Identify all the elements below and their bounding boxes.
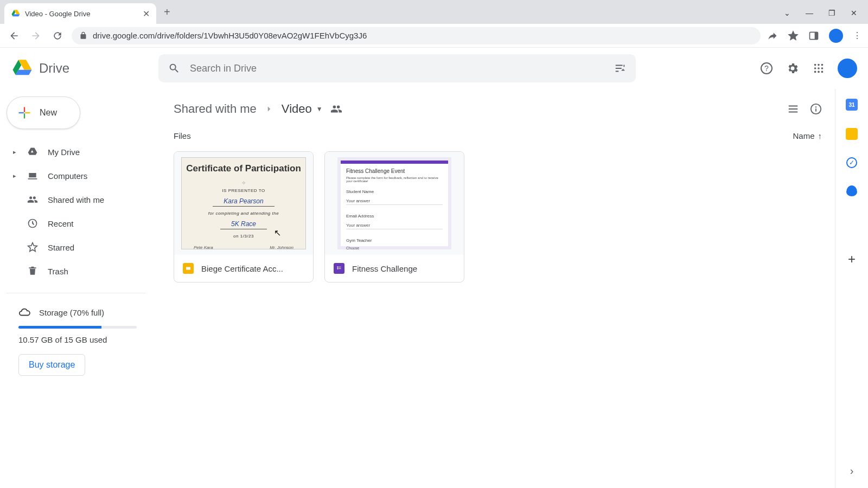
search-bar[interactable]	[158, 54, 636, 82]
svg-rect-17	[186, 267, 190, 270]
sidebar-item-recent[interactable]: Recent	[7, 211, 158, 235]
file-name: Biege Certificate Acc...	[201, 264, 283, 273]
svg-text:?: ?	[764, 64, 769, 73]
section-files-label: Files	[174, 131, 191, 140]
tab-title: Video - Google Drive	[25, 10, 138, 18]
window-controls: ⌄ — ❐ ✕	[784, 9, 868, 24]
sort-button[interactable]: Name ↑	[793, 131, 822, 140]
chevron-right-icon: ▸	[13, 149, 18, 156]
profile-avatar-small[interactable]	[829, 29, 843, 43]
collapse-panel-icon[interactable]: ›	[850, 465, 854, 477]
search-options-icon[interactable]	[614, 62, 626, 74]
chevron-down-icon: ▼	[316, 105, 323, 113]
sidebar-item-label: Trash	[48, 267, 68, 276]
storage-used-text: 10.57 GB of 15 GB used	[7, 335, 137, 344]
lock-icon	[79, 31, 87, 40]
svg-point-5	[818, 64, 820, 66]
apps-icon[interactable]	[812, 61, 826, 75]
tab-close-icon[interactable]: ✕	[143, 9, 150, 19]
svg-point-11	[818, 71, 820, 73]
storage-section: Storage (70% full) 10.57 GB of 15 GB use…	[7, 306, 158, 376]
breadcrumb: Shared with me Video ▼	[174, 97, 822, 121]
sidebar-item-shared[interactable]: Shared with me	[7, 188, 158, 211]
forms-icon	[334, 263, 344, 274]
sidebar-item-label: Recent	[48, 219, 74, 228]
clock-icon	[27, 218, 39, 229]
tab-search-icon[interactable]: ⌄	[784, 9, 790, 17]
sidebar-item-storage[interactable]: Storage (70% full)	[7, 306, 137, 318]
svg-rect-20	[337, 268, 339, 269]
address-bar: drive.google.com/drive/folders/1VbwhH3U5…	[0, 24, 868, 48]
file-card-fitness[interactable]: Fitness Challenge Event Please complete …	[324, 151, 464, 282]
sidebar-item-label: Shared with me	[48, 195, 104, 204]
arrow-up-icon: ↑	[818, 131, 822, 140]
drive-favicon-icon	[11, 9, 21, 18]
sort-label: Name	[793, 131, 814, 140]
sidebar-item-computers[interactable]: ▸Computers	[7, 164, 158, 188]
drive-logo-text: Drive	[39, 61, 69, 76]
new-button-label: New	[40, 108, 57, 118]
calendar-app-icon[interactable]: 31	[846, 99, 858, 111]
side-panel: 31 ✓ + ›	[835, 89, 868, 488]
chrome-menu-icon[interactable]: ⋮	[853, 30, 861, 41]
add-on-plus-icon[interactable]: +	[848, 252, 856, 267]
share-icon[interactable]	[767, 30, 778, 41]
shared-icon	[27, 194, 39, 205]
storage-progress-bar	[18, 326, 137, 329]
shared-folder-icon[interactable]	[330, 103, 342, 115]
buy-storage-button[interactable]: Buy storage	[18, 354, 85, 376]
trash-icon	[27, 266, 39, 277]
bookmark-icon[interactable]	[788, 30, 799, 41]
file-card-certificate[interactable]: Certificate of Participation ⟡ IS PRESEN…	[174, 151, 314, 282]
sidebar-item-label: Computers	[48, 171, 87, 181]
slides-icon	[183, 263, 194, 274]
svg-rect-19	[339, 267, 341, 267]
sidebar: New ▸My Drive ▸Computers Shared with me …	[0, 89, 158, 488]
browser-tab[interactable]: Video - Google Drive ✕	[4, 3, 156, 24]
minimize-icon[interactable]: —	[806, 9, 813, 17]
url-text: drive.google.com/drive/folders/1VbwhH3U5…	[93, 31, 367, 40]
new-tab-button[interactable]: +	[164, 6, 170, 18]
svg-point-8	[818, 67, 820, 69]
drive-icon	[27, 146, 39, 157]
help-icon[interactable]: ?	[760, 61, 774, 75]
svg-rect-1	[815, 32, 818, 39]
svg-rect-21	[339, 268, 341, 269]
forward-button[interactable]	[28, 28, 43, 43]
tasks-app-icon[interactable]: ✓	[846, 157, 857, 168]
list-view-icon[interactable]	[787, 103, 799, 115]
svg-rect-16	[815, 108, 816, 112]
new-button[interactable]: New	[7, 97, 80, 129]
svg-rect-18	[337, 267, 339, 268]
svg-point-9	[821, 67, 824, 69]
main-content: Shared with me Video ▼ Files Name	[158, 89, 835, 488]
chevron-right-icon: ▸	[13, 172, 18, 179]
svg-point-12	[821, 71, 824, 73]
info-icon[interactable]	[810, 103, 822, 115]
reload-button[interactable]	[50, 28, 65, 43]
app-header: Drive ?	[0, 48, 868, 89]
search-input[interactable]	[190, 63, 604, 74]
drive-logo[interactable]: Drive	[11, 57, 152, 80]
sidepanel-toggle-icon[interactable]	[808, 30, 819, 41]
cloud-icon	[18, 306, 30, 318]
sidebar-item-trash[interactable]: Trash	[7, 259, 158, 283]
file-thumbnail: Fitness Challenge Event Please complete …	[325, 152, 464, 255]
file-name: Fitness Challenge	[352, 264, 417, 273]
url-field[interactable]: drive.google.com/drive/folders/1VbwhH3U5…	[72, 27, 761, 44]
sidebar-item-my-drive[interactable]: ▸My Drive	[7, 140, 158, 164]
close-window-icon[interactable]: ✕	[851, 9, 857, 17]
file-thumbnail: Certificate of Participation ⟡ IS PRESEN…	[174, 152, 313, 255]
back-button[interactable]	[7, 28, 22, 43]
breadcrumb-parent[interactable]: Shared with me	[174, 102, 257, 116]
svg-point-15	[815, 106, 816, 107]
contacts-app-icon[interactable]	[846, 185, 857, 196]
sidebar-item-starred[interactable]: Starred	[7, 235, 158, 259]
breadcrumb-current[interactable]: Video ▼	[282, 102, 323, 116]
sidebar-item-label: My Drive	[48, 147, 80, 157]
star-icon	[27, 242, 39, 253]
maximize-icon[interactable]: ❐	[828, 9, 835, 17]
settings-icon[interactable]	[786, 61, 800, 75]
account-avatar[interactable]	[838, 59, 857, 78]
keep-app-icon[interactable]	[846, 128, 858, 140]
